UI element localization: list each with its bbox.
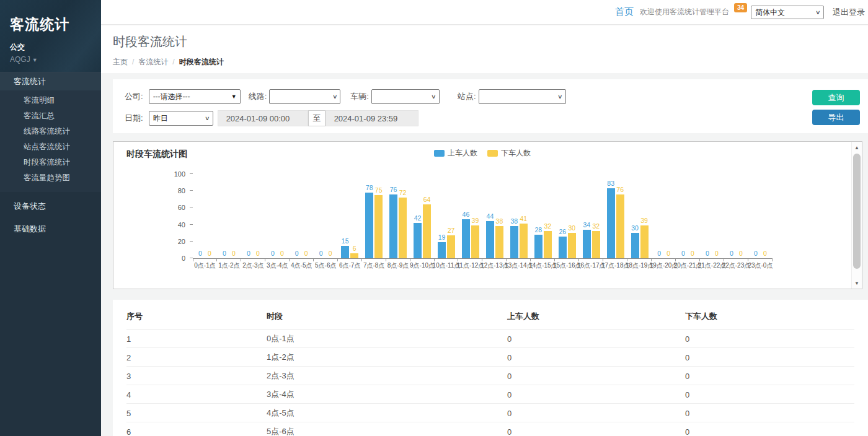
bar-value-label: 0 xyxy=(256,250,260,257)
legend-item[interactable]: 下车人数 xyxy=(487,148,531,159)
bar-group: 0023点-0点 xyxy=(748,175,773,258)
table-cell: 3 xyxy=(126,367,267,385)
breadcrumb: 主页/客流统计/时段客流统计 xyxy=(113,57,868,68)
bar: 0 xyxy=(317,250,325,258)
bar-rect xyxy=(616,194,624,258)
bar: 0 xyxy=(655,250,663,258)
bar: 27 xyxy=(447,227,455,258)
breadcrumb-separator: / xyxy=(132,58,134,66)
bar-group: 303918点-19点 xyxy=(627,175,652,258)
y-tick-label: 0 xyxy=(161,255,185,262)
bar: 32 xyxy=(544,222,552,258)
scrollbar-thumb[interactable] xyxy=(853,154,861,269)
bar-value-label: 39 xyxy=(640,217,648,224)
sidebar-subitem[interactable]: 客流量趋势图 xyxy=(0,170,101,186)
date-from-input[interactable]: 2024-01-09 00:00 xyxy=(218,110,308,126)
brand-area: 客流统计 公交 AQGJ▼ xyxy=(0,0,101,72)
filter-row-1: 公司: ---请选择--- 线路: 车辆: 站点: xyxy=(113,89,868,105)
bar: 76 xyxy=(389,186,397,258)
x-tick-label: 8点-9点 xyxy=(388,261,409,270)
line-select-wrapper xyxy=(269,89,340,104)
bar: 39 xyxy=(640,217,649,258)
bar-value-label: 0 xyxy=(232,250,236,257)
org-code-dropdown[interactable]: AQGJ▼ xyxy=(10,55,91,64)
bar-rect xyxy=(365,193,373,258)
table-row: 54点-5点00 xyxy=(126,404,854,422)
bar-rect xyxy=(414,223,422,258)
bar-value-label: 76 xyxy=(390,186,397,193)
chart-plot: 020406080100 000点-1点001点-2点002点-3点003点-4… xyxy=(193,175,773,259)
bar: 28 xyxy=(534,226,542,258)
bar-value-label: 32 xyxy=(592,222,600,230)
bar-value-label: 38 xyxy=(511,217,518,225)
table-header-cell: 时段 xyxy=(267,303,507,329)
sidebar-subitem[interactable]: 线路客流统计 xyxy=(0,124,101,139)
bar: 0 xyxy=(665,250,673,258)
date-preset-wrapper: 昨日 xyxy=(149,111,213,126)
legend-item[interactable]: 上车人数 xyxy=(434,148,477,159)
bar-value-label: 0 xyxy=(739,250,743,257)
home-link[interactable]: 首页 xyxy=(615,6,634,18)
bar-value-label: 0 xyxy=(223,250,226,257)
bar: 0 xyxy=(293,250,301,258)
table-cell: 0 xyxy=(685,329,854,348)
line-select[interactable] xyxy=(269,89,340,104)
bar-value-label: 0 xyxy=(319,250,323,257)
sidebar-subitem[interactable]: 时段客流统计 xyxy=(0,155,101,170)
bar-group: 003点-4点 xyxy=(265,175,290,258)
table-body: 10点-1点0021点-2点0032点-3点0043点-4点0054点-5点00… xyxy=(126,329,854,436)
bar-group: 443812点-13点 xyxy=(482,175,507,258)
bar-group: 76728点-9点 xyxy=(386,175,410,258)
bar: 32 xyxy=(592,222,600,258)
vehicle-select[interactable] xyxy=(371,89,440,104)
table-row: 65点-6点00 xyxy=(126,422,854,436)
notification-badge[interactable]: 34 xyxy=(734,3,747,12)
bar: 39 xyxy=(471,217,479,258)
bar: 72 xyxy=(399,189,407,258)
bar-group: 263015点-16点 xyxy=(555,175,579,258)
export-button[interactable]: 导出 xyxy=(812,110,860,125)
table-cell: 0 xyxy=(507,404,685,422)
bar-rect xyxy=(495,226,503,258)
bar-rect xyxy=(374,195,383,258)
table-cell: 4 xyxy=(126,385,267,404)
bar: 34 xyxy=(583,221,591,258)
sidebar-subitem[interactable]: 客流明细 xyxy=(0,93,101,108)
sidebar-item-base-data[interactable]: 基础数据 xyxy=(0,220,101,238)
bar-rect xyxy=(607,188,615,258)
breadcrumb-item[interactable]: 客流统计 xyxy=(138,58,168,66)
logout-link[interactable]: 退出登录 xyxy=(833,7,865,18)
company-select[interactable]: ---请选择--- xyxy=(149,89,241,104)
sidebar-subitem[interactable]: 站点客流统计 xyxy=(0,139,101,155)
bar-rect xyxy=(423,204,431,258)
sidebar-item-passenger-stats[interactable]: 客流统计 xyxy=(0,72,101,90)
scroll-up-icon[interactable]: ▲ xyxy=(852,142,862,152)
org-name: 公交 xyxy=(10,42,91,53)
chart-scrollbar[interactable]: ▲ ▼ xyxy=(851,142,862,289)
table-cell: 0 xyxy=(507,329,685,348)
sidebar-item-device-status[interactable]: 设备状态 xyxy=(0,198,101,215)
scroll-down-icon[interactable]: ▼ xyxy=(852,278,862,288)
bar-rect xyxy=(534,235,542,258)
bar: 0 xyxy=(268,250,277,258)
sidebar-subitem[interactable]: 客流汇总 xyxy=(0,108,101,124)
bar: 26 xyxy=(559,228,567,258)
bar-rect xyxy=(471,225,479,258)
legend-swatch xyxy=(487,150,498,157)
language-select[interactable]: 简体中文 xyxy=(751,6,824,19)
breadcrumb-item[interactable]: 主页 xyxy=(113,58,128,66)
bar-value-label: 0 xyxy=(706,250,709,257)
query-button[interactable]: 查询 xyxy=(812,90,860,105)
table-cell: 1点-2点 xyxy=(267,348,507,367)
x-tick-label: 4点-5点 xyxy=(291,261,312,270)
station-select[interactable] xyxy=(479,89,566,104)
table-cell: 0 xyxy=(507,367,685,385)
bar: 38 xyxy=(510,217,518,258)
date-preset-select[interactable]: 昨日 xyxy=(149,111,213,126)
bar-value-label: 0 xyxy=(666,250,670,257)
date-to-input[interactable]: 2024-01-09 23:59 xyxy=(326,110,418,126)
bar: 30 xyxy=(631,224,639,258)
table-cell: 3点-4点 xyxy=(267,385,507,404)
bar-group: 384113点-14点 xyxy=(507,175,531,258)
station-select-wrapper xyxy=(479,89,566,104)
